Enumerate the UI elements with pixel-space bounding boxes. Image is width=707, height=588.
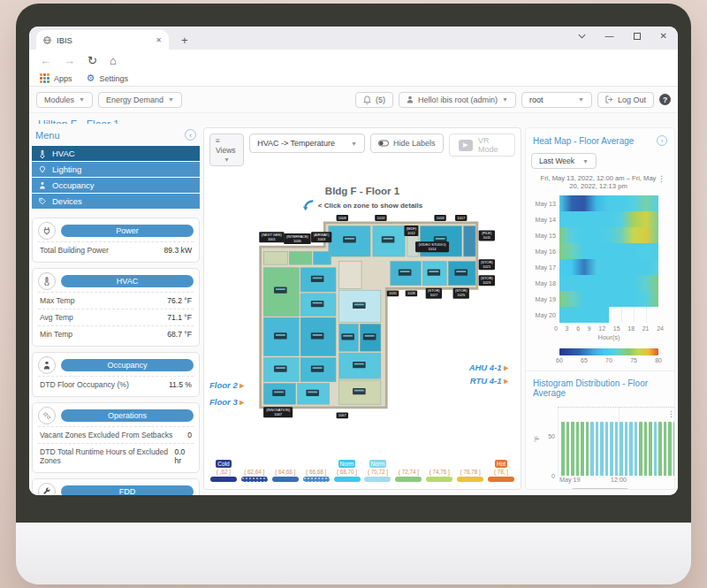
histogram-bar[interactable] <box>635 422 638 476</box>
range-select[interactable]: Last Week ▼ <box>531 153 597 169</box>
histogram-bar[interactable] <box>600 422 604 476</box>
room-tag-label: 1027 <box>430 294 438 298</box>
chevron-down-icon: ▼ <box>224 156 230 164</box>
histogram-bar[interactable] <box>639 422 642 476</box>
legend-item: .( 64,66 ] <box>271 460 300 482</box>
room-tag-label: 1023 <box>483 280 491 285</box>
help-button[interactable]: ? <box>659 94 671 105</box>
view-type-select[interactable]: HVAC -> Temperature ▼ <box>249 134 365 153</box>
user-menu[interactable]: Hello! ibis root (admin) ▼ <box>399 92 516 108</box>
browser-tab[interactable]: IBIS ✕ <box>36 30 169 50</box>
tab-close-icon[interactable]: ✕ <box>156 36 162 44</box>
histogram-bar[interactable] <box>586 422 589 476</box>
zone-chip-line <box>345 238 354 240</box>
zone[interactable] <box>339 262 361 289</box>
zone-chip-line <box>429 271 438 272</box>
histogram-bar[interactable] <box>629 422 633 476</box>
new-tab-button[interactable]: + <box>181 34 188 47</box>
legend-swatch <box>334 477 361 482</box>
modules-dropdown[interactable]: Modules ▼ <box>36 92 93 108</box>
zone-chip-line <box>343 335 353 337</box>
histogram-bar[interactable] <box>625 422 628 476</box>
legend-range: ( 64,66 ] <box>275 469 295 475</box>
histogram-bar[interactable] <box>605 422 609 476</box>
link-floor-2[interactable]: Floor 2 ▸ <box>209 380 244 390</box>
bookmark-settings[interactable]: ⚙ Settings <box>87 73 128 83</box>
app-toolbar: Modules ▼ Energy Demand ▼ (5) Hello! ibi… <box>29 87 678 113</box>
colorbar-ticks: 6065707580 <box>556 357 662 363</box>
heatmap-menu-icon[interactable]: ⋮ <box>658 174 665 183</box>
histogram-bar[interactable] <box>615 422 619 476</box>
sidebar-item-devices[interactable]: Devices <box>32 194 200 209</box>
collapse-sidebar-icon[interactable]: ‹ <box>185 129 196 141</box>
histogram-bar[interactable] <box>596 422 599 476</box>
expand-panel-icon[interactable]: › <box>657 135 667 146</box>
histogram-bar[interactable] <box>644 422 648 476</box>
zone[interactable] <box>314 252 331 265</box>
histogram-bar[interactable] <box>664 422 667 476</box>
bookmark-apps[interactable]: Apps <box>40 73 72 83</box>
histogram-bar[interactable] <box>590 422 594 476</box>
link-floor-3[interactable]: Floor 3 ▸ <box>209 397 244 407</box>
reload-icon[interactable]: ↻ <box>87 54 97 67</box>
hamburger-icon: ≡ <box>216 136 220 145</box>
tab-title: IBIS <box>57 35 72 45</box>
zone-chip-line <box>354 390 364 392</box>
maximize-button[interactable] <box>634 33 641 40</box>
histogram-bar[interactable] <box>571 422 574 476</box>
account-select[interactable]: root ▼ <box>521 92 592 108</box>
histogram-bar[interactable] <box>576 422 580 476</box>
yesterday-button[interactable]: Yesterday <box>571 488 629 490</box>
zone-chip <box>274 287 287 294</box>
histogram-bar[interactable] <box>658 422 662 476</box>
home-icon[interactable]: ⌂ <box>110 54 117 67</box>
logout-button[interactable]: Log Out <box>597 92 654 108</box>
zone-chip-line <box>313 302 323 304</box>
zone-chip <box>353 388 366 394</box>
link-rtu-4-1[interactable]: RTU 4-1 ▸ <box>469 376 508 386</box>
histogram-bar[interactable] <box>566 422 570 476</box>
histogram-bar[interactable] <box>668 422 672 476</box>
histogram-bar[interactable] <box>620 422 623 476</box>
histogram-bar[interactable] <box>654 422 658 476</box>
energy-demand-dropdown[interactable]: Energy Demand ▼ <box>98 92 182 108</box>
close-button[interactable]: ✕ <box>660 31 667 41</box>
forward-icon[interactable]: → <box>64 54 75 67</box>
sidebar-item-occupancy[interactable]: Occupancy <box>32 178 200 193</box>
legend-range: ( 74,76 ] <box>430 469 450 475</box>
browser-titlebar: IBIS ✕ + — ✕ <box>29 27 678 50</box>
histogram-bar[interactable] <box>561 422 565 476</box>
legend-swatch <box>241 477 268 482</box>
histogram-bar[interactable] <box>673 422 676 476</box>
legend-range: ( 76,78 ] <box>460 469 481 475</box>
link-ahu-4-1[interactable]: AHU 4-1 ▸ <box>469 363 508 372</box>
legend-item: Norm( 70,72 ] <box>364 460 392 482</box>
wrench-icon <box>38 483 56 495</box>
floor-plan[interactable]: 1008101310181017(NEXT GEN)1001(INTERFACE… <box>217 213 508 424</box>
zone[interactable] <box>263 252 287 265</box>
histogram-bar[interactable] <box>649 422 652 476</box>
zone[interactable] <box>463 226 475 257</box>
plan-hint: < Click on zone to show details <box>209 200 515 211</box>
heatmap-title: Heat Map - Floor Average <box>533 136 634 146</box>
card-pill-title: Operations <box>61 409 194 422</box>
zone-chip <box>353 362 366 368</box>
zone-chip <box>311 366 324 372</box>
histogram-bar[interactable] <box>610 422 613 476</box>
room-tag-label: 1025 <box>457 294 466 298</box>
views-label: Views <box>216 146 236 155</box>
vr-mode-button[interactable]: ▶ VR Mode <box>449 134 515 157</box>
window-menu-chevron-icon[interactable] <box>578 34 586 39</box>
notifications-button[interactable]: (5) <box>355 92 393 108</box>
zone[interactable] <box>289 252 311 265</box>
back-icon[interactable]: ← <box>40 54 51 67</box>
play-icon: ▶ <box>459 140 474 151</box>
hide-labels-toggle[interactable]: Hide Labels <box>370 134 444 153</box>
stat-row: Vacant Zones Excluded From Setbacks0 <box>38 426 194 443</box>
sidebar-item-lighting[interactable]: Lighting <box>32 162 200 177</box>
histogram-bar[interactable] <box>581 422 584 476</box>
views-button[interactable]: ≡ Views ▼ <box>209 134 244 166</box>
vr-mode-label: VR Mode <box>478 136 506 154</box>
minimize-button[interactable]: — <box>605 31 614 41</box>
sidebar-item-hvac[interactable]: HVAC <box>32 146 200 161</box>
